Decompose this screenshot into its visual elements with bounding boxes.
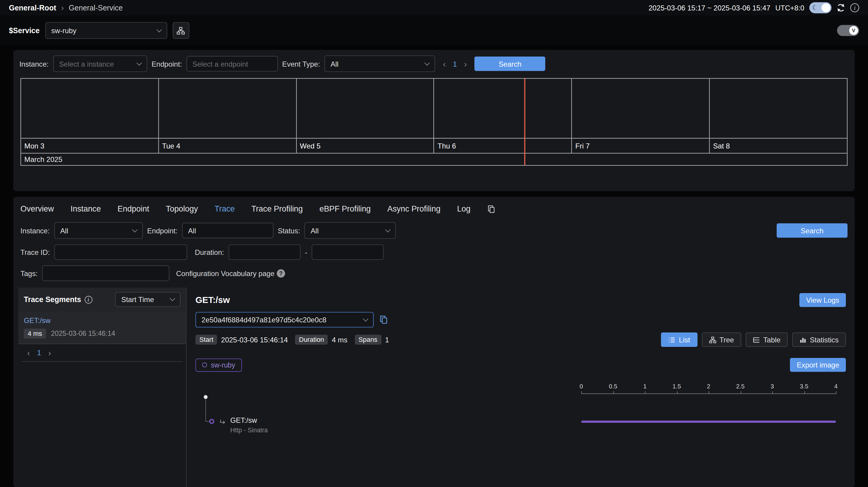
view-statistics-button[interactable]: Statistics <box>792 333 846 347</box>
version-toggle[interactable]: V <box>837 25 859 36</box>
tab-overview[interactable]: Overview <box>21 204 54 213</box>
filter-trace-id-input[interactable] <box>54 245 187 260</box>
span-name[interactable]: GET:/sw <box>230 416 257 425</box>
filter-status-label: Status: <box>278 227 300 235</box>
calendar-day: Thu 6 <box>434 139 572 153</box>
events-instance-placeholder: Select a instance <box>59 59 114 68</box>
calendar-chart-area <box>21 79 847 138</box>
events-event-type-select[interactable]: All <box>324 55 435 72</box>
axis-line <box>581 394 836 394</box>
segments-sort-value: Start Time <box>121 295 154 304</box>
span-expand-icon[interactable] <box>219 418 226 426</box>
tab-async-profiling[interactable]: Async Profiling <box>388 204 440 213</box>
filter-tags-input[interactable] <box>42 265 169 281</box>
trace-id-select[interactable]: 2e50a4f6884d497a81e97d5c4c20e0c8 <box>195 312 374 327</box>
service-bar: $Service sw-ruby V <box>0 16 868 46</box>
trace-detail: GET:/sw View Logs 2e50a4f6884d497a81e97d… <box>187 288 855 487</box>
filter-instance-value: All <box>60 227 68 235</box>
tab-topology[interactable]: Topology <box>166 204 198 213</box>
duration-axis: 0 0.5 1 1.5 2 2.5 3 3.5 4 <box>581 382 836 394</box>
spans-value: 1 <box>385 336 389 344</box>
filter-tags-label: Tags: <box>21 269 38 277</box>
filter-status-select[interactable]: All <box>305 222 396 239</box>
duration-value: 4 ms <box>332 336 347 344</box>
trace-filter-row-3: Tags: Configuration Vocabulary page ? <box>21 265 848 281</box>
tab-log[interactable]: Log <box>457 204 470 213</box>
view-logs-button[interactable]: View Logs <box>800 293 846 307</box>
segment-duration-badge: 4 ms <box>24 328 46 339</box>
tab-trace[interactable]: Trace <box>215 204 235 213</box>
segments-sort-select[interactable]: Start Time <box>115 292 181 307</box>
events-instance-label: Instance: <box>20 59 49 68</box>
trace-segments-title-wrap: Trace Segments i <box>24 295 92 304</box>
trace-segment-item[interactable]: GET:/sw 4 ms 2025-03-06 15:46:14 <box>18 311 186 344</box>
chevron-down-icon <box>132 227 137 232</box>
calendar-day: Wed 5 <box>297 139 434 153</box>
chevron-down-icon <box>385 227 391 232</box>
events-event-type-label: Event Type: <box>282 59 320 68</box>
segments-page-number[interactable]: 1 <box>37 349 41 357</box>
axis-tick-label: 1.5 <box>673 383 681 390</box>
filter-endpoint-input[interactable] <box>182 223 273 238</box>
view-list-button[interactable]: List <box>661 333 697 347</box>
legend-service-chip[interactable]: sw-ruby <box>195 358 242 372</box>
calendar-day: Sat 8 <box>710 139 847 153</box>
events-search-button[interactable]: Search <box>474 56 545 71</box>
events-instance-select[interactable]: Select a instance <box>53 55 147 72</box>
calendar-day: Mon 3 <box>21 139 158 153</box>
trace-id-row: 2e50a4f6884d497a81e97d5c4c20e0c8 <box>195 312 846 327</box>
span-tree: GET:/sw Http - Sinatra <box>195 395 846 456</box>
span-component: Http - Sinatra <box>230 427 268 433</box>
events-page-number[interactable]: 1 <box>453 59 457 68</box>
calendar-month-label: March 2025 <box>21 153 847 165</box>
next-page-icon[interactable]: › <box>49 349 51 357</box>
copy-trace-id-icon[interactable] <box>379 315 388 324</box>
filter-duration-max-input[interactable] <box>312 245 383 260</box>
info-icon[interactable]: i <box>850 3 859 12</box>
span-duration-bar[interactable] <box>581 421 836 423</box>
segment-name[interactable]: GET:/sw <box>24 316 181 325</box>
moon-icon: ☾ <box>812 3 818 12</box>
service-select[interactable]: sw-ruby <box>45 22 167 39</box>
filter-instance-select[interactable]: All <box>54 222 143 239</box>
events-timeline-calendar[interactable]: Mon 3 Tue 4 Wed 5 Thu 6 Fri 7 Sat 8 Marc… <box>21 78 848 166</box>
filter-trace-id-label: Trace ID: <box>21 248 50 256</box>
time-range[interactable]: 2025-03-06 15:17 ~ 2025-03-06 15:47 <box>649 4 770 12</box>
refresh-icon[interactable] <box>836 3 845 12</box>
view-table-button[interactable]: Table <box>746 333 788 347</box>
theme-toggle-knob <box>822 3 830 12</box>
filter-duration-min-input[interactable] <box>228 245 300 260</box>
view-tree-button[interactable]: Tree <box>702 333 741 347</box>
theme-toggle[interactable]: ☾ <box>809 2 831 13</box>
service-label: $Service <box>9 26 40 35</box>
tab-instance[interactable]: Instance <box>70 204 101 213</box>
trace-search-button[interactable]: Search <box>777 223 847 237</box>
tab-endpoint[interactable]: Endpoint <box>118 204 149 213</box>
list-icon <box>668 336 676 343</box>
utc-offset[interactable]: UTC+8:0 <box>775 4 804 12</box>
duration-badge: Duration <box>295 335 328 344</box>
axis-tick-label: 3.5 <box>800 383 808 390</box>
tab-trace-profiling[interactable]: Trace Profiling <box>251 204 303 213</box>
vocabulary-link[interactable]: Configuration Vocabulary page ? <box>176 269 285 277</box>
tab-ebpf-profiling[interactable]: eBPF Profiling <box>319 204 371 213</box>
info-icon[interactable]: i <box>85 295 92 303</box>
prev-page-icon[interactable]: ‹ <box>27 349 30 357</box>
events-filter-row: Instance: Select a instance Endpoint: Ev… <box>20 55 848 72</box>
root-node-dot <box>204 395 208 399</box>
topbar-right: 2025-03-06 15:17 ~ 2025-03-06 15:47 UTC+… <box>649 2 859 13</box>
events-event-type-value: All <box>331 59 339 68</box>
sitemap-icon <box>177 26 185 35</box>
version-toggle-knob: V <box>849 26 858 35</box>
topology-button[interactable] <box>173 22 189 39</box>
breadcrumb-root[interactable]: General-Root <box>9 4 56 12</box>
breadcrumb: General-Root › General-Service <box>9 3 123 12</box>
prev-page-icon[interactable]: ‹ <box>443 59 446 68</box>
axis-tick-label: 0 <box>580 383 583 390</box>
export-image-button[interactable]: Export image <box>790 358 846 372</box>
events-endpoint-input[interactable] <box>186 56 278 71</box>
span-node-dot[interactable] <box>209 419 214 424</box>
copy-icon[interactable] <box>487 205 495 213</box>
help-icon[interactable]: ? <box>277 269 285 277</box>
next-page-icon[interactable]: › <box>464 59 467 68</box>
